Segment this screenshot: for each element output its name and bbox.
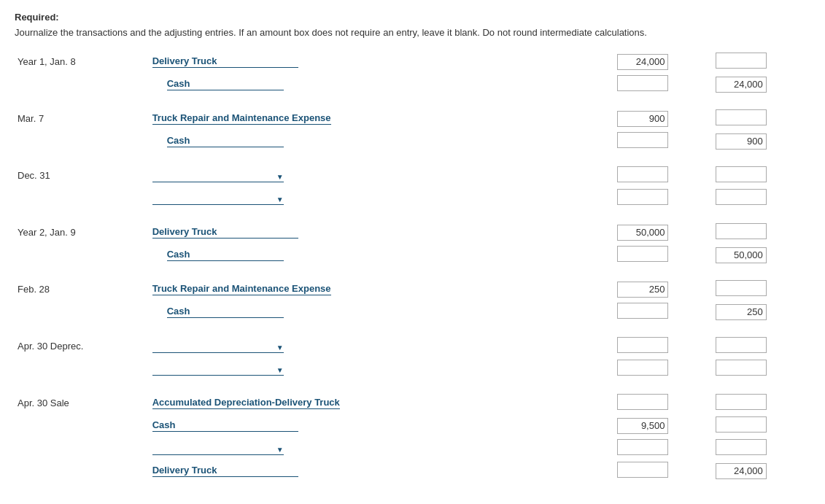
debit-amount-empty[interactable] [617, 189, 668, 205]
required-label: Required: [15, 12, 810, 23]
chevron-down-icon: ▼ [276, 344, 284, 352]
credit-amount-empty[interactable] [716, 416, 767, 433]
debit-amount: 50,000 [617, 225, 668, 241]
date-label: Year 2, Jan. 9 [18, 227, 76, 238]
debit-amount-empty[interactable] [617, 439, 668, 455]
account-dropdown[interactable]: ▼ [152, 446, 284, 455]
table-row: Feb. 28Truck Repair and Maintenance Expe… [15, 279, 810, 300]
account-name: Delivery Truck [152, 55, 298, 68]
account-name: Cash [167, 249, 284, 261]
debit-amount-empty[interactable] [617, 303, 668, 319]
debit-amount: 900 [617, 111, 668, 127]
account-dropdown[interactable]: ▼ [152, 344, 284, 353]
table-row: Delivery Truck24,000 [15, 459, 810, 481]
chevron-down-icon: ▼ [276, 366, 284, 374]
table-row: Cash900 [15, 129, 810, 152]
debit-amount: 24,000 [617, 54, 668, 70]
credit-amount-empty[interactable] [716, 360, 767, 376]
credit-amount: 250 [716, 304, 767, 320]
account-name: Cash [152, 419, 298, 432]
table-row: ▼ [15, 357, 810, 379]
table-row: Cash50,000 [15, 243, 810, 265]
date-label: Apr. 30 Sale [18, 398, 69, 408]
table-row: ▼ [15, 436, 810, 459]
instructions: Journalize the transactions and the adju… [15, 27, 810, 38]
account-name: Truck Repair and Maintenance Expense [152, 112, 331, 125]
debit-amount-empty[interactable] [617, 246, 668, 262]
account-name: Cash [167, 78, 284, 90]
date-label: Dec. 31 [18, 170, 50, 181]
account-dropdown[interactable]: ▼ [152, 366, 284, 376]
debit-amount-empty[interactable] [617, 462, 668, 478]
debit-amount-empty[interactable] [617, 75, 668, 91]
account-name: Cash [167, 135, 284, 147]
account-name: Delivery Truck [152, 465, 298, 477]
table-row: Year 2, Jan. 9Delivery Truck50,000 [15, 222, 810, 243]
credit-amount-empty[interactable] [716, 394, 767, 410]
credit-amount-empty[interactable] [716, 189, 767, 205]
table-row: Dec. 31▼ [15, 165, 810, 186]
credit-amount-empty[interactable] [716, 337, 767, 353]
credit-amount-empty[interactable] [716, 166, 767, 182]
debit-amount: 250 [617, 282, 668, 298]
account-name: Accumulated Depreciation-Delivery Truck [152, 397, 340, 409]
table-row: Cash250 [15, 300, 810, 322]
account-name: Cash [167, 306, 284, 318]
debit-amount-empty[interactable] [617, 166, 668, 182]
credit-amount: 24,000 [716, 77, 767, 93]
table-row: Year 1, Jan. 8Delivery Truck24,000 [15, 51, 810, 72]
credit-amount-empty[interactable] [716, 53, 767, 69]
debit-amount-empty[interactable] [617, 337, 668, 353]
chevron-down-icon: ▼ [276, 195, 284, 203]
debit-amount: 9,500 [617, 418, 668, 434]
date-label: Mar. 7 [18, 113, 44, 124]
credit-amount-empty[interactable] [716, 223, 767, 239]
debit-amount-empty[interactable] [617, 360, 668, 376]
credit-amount: 24,000 [716, 463, 767, 479]
table-row: Apr. 30 SaleAccumulated Depreciation-Del… [15, 392, 810, 414]
credit-amount-empty[interactable] [716, 109, 767, 125]
credit-amount: 50,000 [716, 247, 767, 263]
journal-table: Year 1, Jan. 8Delivery Truck24,000Cash24… [15, 51, 810, 481]
account-dropdown[interactable]: ▼ [152, 195, 284, 205]
debit-amount-empty[interactable] [617, 394, 668, 410]
table-row: Mar. 7Truck Repair and Maintenance Expen… [15, 108, 810, 129]
credit-amount: 900 [716, 133, 767, 150]
credit-amount-empty[interactable] [716, 439, 767, 455]
chevron-down-icon: ▼ [276, 446, 284, 454]
table-row: ▼ [15, 186, 810, 209]
table-row: Cash24,000 [15, 72, 810, 95]
credit-amount-empty[interactable] [716, 280, 767, 296]
table-row: Apr. 30 Deprec.▼ [15, 336, 810, 357]
account-name: Truck Repair and Maintenance Expense [152, 283, 331, 295]
account-dropdown[interactable]: ▼ [152, 173, 284, 182]
account-name: Delivery Truck [152, 226, 298, 239]
date-label: Apr. 30 Deprec. [18, 341, 83, 352]
date-label: Feb. 28 [18, 284, 50, 295]
chevron-down-icon: ▼ [276, 173, 284, 181]
debit-amount-empty[interactable] [617, 132, 668, 148]
date-label: Year 1, Jan. 8 [18, 56, 76, 67]
table-row: Cash9,500 [15, 414, 810, 436]
